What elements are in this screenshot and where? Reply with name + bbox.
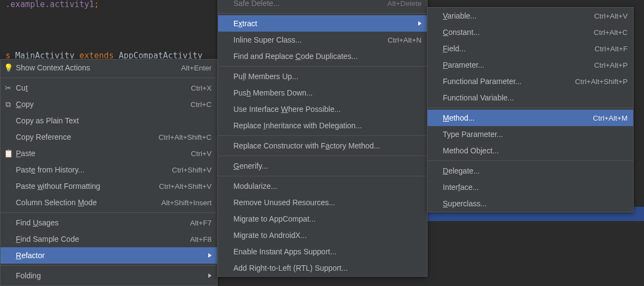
menu-item-extract-method[interactable]: Method... Ctrl+Alt+M (428, 110, 633, 126)
menu-item-label: Superclass... (443, 199, 628, 208)
menu-item-label: Folding (16, 271, 197, 280)
menu-item-label: Variable... (443, 11, 581, 20)
menu-item-extract-type-parameter[interactable]: Type Parameter... (428, 126, 633, 142)
menu-item-label: Find Usages (16, 218, 177, 227)
menu-item-shortcut: Alt+Delete (387, 0, 422, 8)
menu-item-inline-super-class[interactable]: Inline Super Class... Ctrl+Alt+N (218, 32, 427, 48)
menu-separator (218, 13, 427, 14)
menu-item-pull-members-up[interactable]: Pull Members Up... (218, 68, 427, 85)
menu-item-shortcut: Ctrl+X (191, 84, 212, 92)
menu-item-shortcut: Alt+Enter (181, 64, 212, 72)
menu-item-label: Copy Reference (16, 133, 146, 141)
menu-item-paste-from-history[interactable]: Paste from History... Ctrl+Shift+V (1, 162, 217, 178)
menu-item-label: Copy as Plain Text (16, 116, 212, 125)
menu-item-shortcut: Ctrl+Alt+P (594, 61, 628, 69)
menu-item-show-context-actions[interactable]: 💡 Show Context Actions Alt+Enter (1, 59, 217, 76)
menu-item-label: Remove Unused Resources... (233, 198, 422, 207)
menu-item-modularize[interactable]: Modularize... (218, 178, 427, 194)
paste-icon: 📋 (4, 149, 13, 158)
menu-item-label: Paste from History... (16, 165, 159, 174)
menu-item-label: Interface... (443, 183, 628, 192)
menu-item-shortcut: Ctrl+Alt+F (594, 45, 628, 53)
menu-item-label: Add Right-to-Left (RTL) Support... (233, 264, 422, 272)
menu-separator (1, 265, 217, 266)
menu-item-copy[interactable]: ⧉ Copy Ctrl+C (1, 96, 217, 112)
menu-item-add-rtl-support[interactable]: Add Right-to-Left (RTL) Support... (218, 260, 427, 276)
menu-item-label: Method Object... (443, 146, 628, 155)
menu-item-find-usages[interactable]: Find Usages Alt+F7 (1, 214, 217, 231)
menu-item-safe-delete[interactable]: Safe Delete... Alt+Delete (218, 0, 427, 11)
menu-item-extract-field[interactable]: Field... Ctrl+Alt+F (428, 40, 633, 57)
menu-item-paste[interactable]: 📋 Paste Ctrl+V (1, 145, 217, 162)
menu-item-label: Replace Inheritance with Delegation... (233, 121, 422, 130)
menu-item-label: Method... (443, 114, 580, 122)
menu-item-generify[interactable]: Generify... (218, 158, 427, 174)
menu-item-shortcut: Alt+F8 (190, 235, 212, 243)
menu-item-label: Paste (16, 149, 178, 158)
cut-icon: ✂ (4, 84, 13, 92)
menu-item-migrate-androidx[interactable]: Migrate to AndroidX... (218, 227, 427, 243)
refactor-submenu: Safe Delete... Alt+Delete Extract Inline… (218, 0, 428, 277)
menu-item-extract-method-object[interactable]: Method Object... (428, 142, 633, 159)
menu-item-extract[interactable]: Extract (218, 15, 427, 32)
menu-item-label: Push Members Down... (233, 88, 422, 97)
extract-submenu: Variable... Ctrl+Alt+V Constant... Ctrl+… (427, 7, 634, 212)
menu-item-label: Generify... (233, 162, 422, 170)
menu-separator (218, 135, 427, 136)
menu-item-label: Cut (16, 84, 178, 92)
menu-item-enable-instant-apps[interactable]: Enable Instant Apps Support... (218, 243, 427, 260)
menu-item-label: Field... (443, 44, 581, 53)
menu-item-label: Inline Super Class... (233, 35, 375, 44)
menu-item-extract-delegate[interactable]: Delegate... (428, 163, 633, 179)
menu-item-replace-constructor-factory[interactable]: Replace Constructor with Factory Method.… (218, 138, 427, 154)
menu-item-use-interface-where-possible[interactable]: Use Interface Where Possible... (218, 101, 427, 117)
menu-item-copy-reference[interactable]: Copy Reference Ctrl+Alt+Shift+C (1, 129, 217, 145)
menu-item-label: Functional Parameter... (443, 77, 562, 86)
menu-item-label: Functional Variable... (443, 93, 628, 102)
menu-item-extract-superclass[interactable]: Superclass... (428, 195, 633, 212)
menu-item-label: Extract (233, 19, 407, 28)
menu-item-folding[interactable]: Folding (1, 267, 217, 284)
menu-item-extract-functional-variable[interactable]: Functional Variable... (428, 90, 633, 106)
menu-item-extract-constant[interactable]: Constant... Ctrl+Alt+C (428, 24, 633, 40)
menu-item-extract-interface[interactable]: Interface... (428, 179, 633, 195)
menu-item-label: Use Interface Where Possible... (233, 105, 422, 114)
menu-item-copy-plain-text[interactable]: Copy as Plain Text (1, 112, 217, 129)
menu-item-label: Show Context Actions (16, 63, 168, 72)
menu-item-shortcut: Ctrl+Shift+V (172, 166, 212, 174)
menu-item-label: Delegate... (443, 166, 628, 175)
menu-item-label: Enable Instant Apps Support... (233, 247, 422, 256)
menu-item-migrate-appcompat[interactable]: Migrate to AppCompat... (218, 211, 427, 227)
menu-item-refactor[interactable]: Refactor (1, 247, 217, 264)
menu-item-shortcut: Ctrl+Alt+Shift+P (575, 78, 628, 86)
copy-icon: ⧉ (4, 100, 13, 109)
menu-item-label: Constant... (443, 28, 581, 37)
menu-item-push-members-down[interactable]: Push Members Down... (218, 85, 427, 101)
menu-item-shortcut: Ctrl+V (191, 150, 212, 158)
menu-item-remove-unused-resources[interactable]: Remove Unused Resources... (218, 194, 427, 211)
menu-item-replace-inheritance-delegation[interactable]: Replace Inheritance with Delegation... (218, 117, 427, 134)
menu-item-label: Refactor (16, 251, 197, 260)
menu-item-extract-functional-parameter[interactable]: Functional Parameter... Ctrl+Alt+Shift+P (428, 73, 633, 90)
menu-item-label: Migrate to AppCompat... (233, 214, 422, 223)
context-menu: 💡 Show Context Actions Alt+Enter ✂ Cut C… (0, 59, 218, 286)
menu-separator (1, 212, 217, 213)
menu-item-label: Safe Delete... (233, 0, 374, 8)
bulb-icon: 💡 (4, 63, 13, 72)
menu-item-label: Migrate to AndroidX... (233, 231, 422, 240)
menu-separator (218, 156, 427, 156)
menu-item-extract-variable[interactable]: Variable... Ctrl+Alt+V (428, 8, 633, 24)
menu-item-label: Modularize... (233, 182, 422, 190)
menu-item-paste-without-formatting[interactable]: Paste without Formatting Ctrl+Alt+Shift+… (1, 178, 217, 194)
menu-item-find-code-duplicates[interactable]: Find and Replace Code Duplicates... (218, 48, 427, 64)
menu-item-shortcut: Ctrl+Alt+M (593, 114, 628, 122)
menu-item-shortcut: Ctrl+Alt+V (594, 12, 628, 20)
menu-item-extract-parameter[interactable]: Parameter... Ctrl+Alt+P (428, 57, 633, 73)
menu-item-column-selection-mode[interactable]: Column Selection Mode Alt+Shift+Insert (1, 194, 217, 211)
menu-separator (1, 78, 217, 78)
submenu-arrow-icon (418, 21, 422, 26)
menu-item-find-sample-code[interactable]: Find Sample Code Alt+F8 (1, 231, 217, 247)
menu-item-shortcut: Alt+Shift+Insert (161, 199, 212, 207)
menu-item-cut[interactable]: ✂ Cut Ctrl+X (1, 80, 217, 96)
menu-item-label: Paste without Formatting (16, 182, 146, 190)
